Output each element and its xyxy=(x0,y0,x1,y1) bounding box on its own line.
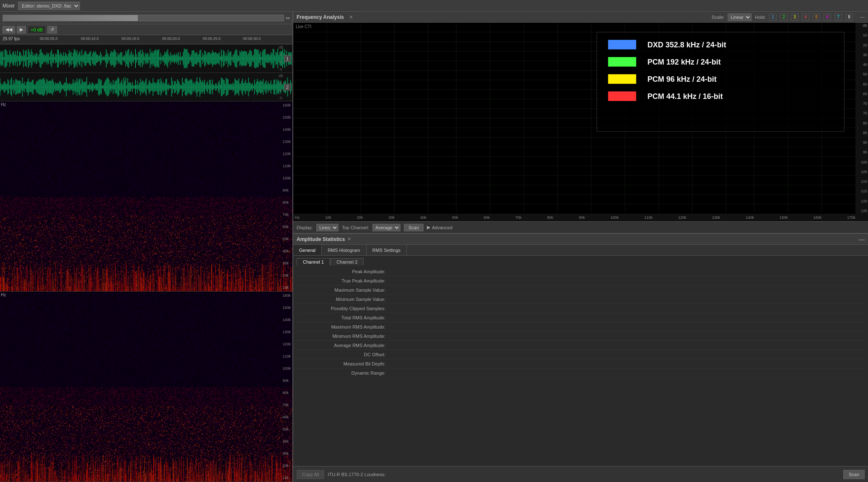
clipped-label: Possibly Clipped Samples: xyxy=(297,306,389,311)
resize-icon: ⇔ xyxy=(286,15,290,21)
amp-stats-header: Amplitude Statistics ✕ — xyxy=(293,234,868,245)
play-btn[interactable]: ▶ xyxy=(17,26,26,34)
spectrogram-channel-2: Hz 160k150k140k130k120k110k100k90k80k70k… xyxy=(0,292,292,482)
hz-axis: Hz10k20k30k40k50k60k70k80k90k100k110k120… xyxy=(293,214,868,221)
db-axis: dB 10 20 30 40 50 60 65 70 75 80 85 90 9… xyxy=(855,23,868,214)
fps-display: 29.97 fps xyxy=(3,36,20,41)
waveform-canvas-2 xyxy=(0,73,292,101)
scan-btn[interactable]: Scan xyxy=(404,224,424,231)
spectrogram-canvas-1 xyxy=(0,101,292,291)
minimize-amp-icon[interactable]: — xyxy=(859,236,865,243)
stats-row-min-rms: Minimum RMS Amplitude: xyxy=(297,332,865,341)
max-rms-label: Maximum RMS Amplitude: xyxy=(297,324,389,329)
copy-all-btn[interactable]: Copy All xyxy=(297,470,324,479)
channel-1-label: 1 xyxy=(284,55,291,62)
db-scale-1: dB-9-6-3 xyxy=(279,44,283,73)
svg-rect-38 xyxy=(608,57,636,67)
min-sample-label: Minimum Sample Value: xyxy=(297,297,389,302)
amp-stats-tabs: General RMS Histogram RMS Settings xyxy=(293,245,868,256)
hz-scale-1: 160k150k140k130k120k110k100k90k80k70k60k… xyxy=(282,101,291,291)
hold-btn-5[interactable]: 5 xyxy=(813,14,820,21)
waveform-scrollbar[interactable]: ⇔ xyxy=(0,12,292,24)
tab-general[interactable]: General xyxy=(293,245,322,255)
spectrogram-channel-1: Hz 160k150k140k130k120k110k100k90k80k70k… xyxy=(0,101,292,292)
scale-label: Scale: xyxy=(712,15,725,20)
freq-analysis-header: Frequency Analysis ✕ Scale: Linear Hold:… xyxy=(293,12,868,23)
tick-6: 00:00:30.0 xyxy=(243,36,261,41)
scale-select[interactable]: Linear xyxy=(728,13,752,21)
dynamic-range-label: Dynamic Range: xyxy=(297,371,389,376)
stats-row-peak: Peak Amplitude: xyxy=(297,267,865,276)
stats-row-avg-rms: Average RMS Amplitude: xyxy=(297,341,865,350)
tick-2: 00:00:10.0 xyxy=(81,36,99,41)
svg-rect-36 xyxy=(608,40,636,49)
svg-text:PCM 96 kHz / 24-bit: PCM 96 kHz / 24-bit xyxy=(647,75,716,83)
top-channel-label: Top Channel: xyxy=(342,225,369,230)
hold-btn-7[interactable]: 7 xyxy=(834,14,842,21)
total-rms-label: Total RMS Amplitude: xyxy=(297,315,389,320)
channel-tab-2[interactable]: Channel 2 xyxy=(330,258,364,265)
hz-label-2: Hz xyxy=(1,293,6,297)
tab-rms-settings[interactable]: RMS Settings xyxy=(367,245,407,255)
true-peak-label: True Peak Amplitude: xyxy=(297,278,389,283)
mixer-label: Mixer xyxy=(3,3,15,9)
hold-btn-3[interactable]: 3 xyxy=(791,14,798,21)
waveform-channel-1: dB-9-6-3 1 xyxy=(0,44,292,73)
hold-label: Hold: xyxy=(755,15,766,20)
amp-stats-bottom: Copy All ITU-R BS.1770-2 Loudness: Scan xyxy=(293,466,868,482)
stats-row-clipped: Possibly Clipped Samples: xyxy=(297,304,865,313)
tick-3: 00:00:15.0 xyxy=(121,36,140,41)
tab-rms-histogram[interactable]: RMS Histogram xyxy=(322,245,367,255)
hold-btn-8[interactable]: 8 xyxy=(845,14,853,21)
hold-btn-4[interactable]: 4 xyxy=(802,14,809,21)
stats-row-true-peak: True Peak Amplitude: xyxy=(297,276,865,285)
hold-btn-2[interactable]: 2 xyxy=(780,14,788,21)
left-panel: ⇔ ◀◀ ▶ +0 dB ↺ 29.97 fps 00:00:05.0 00:0… xyxy=(0,12,293,482)
hold-btn-1[interactable]: 1 xyxy=(769,14,777,21)
frequency-analysis-panel: Frequency Analysis ✕ Scale: Linear Hold:… xyxy=(293,12,868,234)
loop-btn[interactable]: ↺ xyxy=(47,26,57,34)
tick-1: 00:00:05.0 xyxy=(40,36,58,41)
svg-text:PCM 192 kHz / 24-bit: PCM 192 kHz / 24-bit xyxy=(647,58,721,66)
stats-row-max-rms: Maximum RMS Amplitude: xyxy=(297,322,865,332)
minimize-freq-icon[interactable]: — xyxy=(860,14,865,20)
tick-4: 00:00:20.0 xyxy=(162,36,180,41)
channel-2-label: 2 xyxy=(284,84,291,91)
amp-scan-btn[interactable]: Scan xyxy=(843,470,865,479)
peak-label: Peak Amplitude: xyxy=(297,269,389,274)
right-panel: Frequency Analysis ✕ Scale: Linear Hold:… xyxy=(293,12,868,482)
spectrogram-canvas-2 xyxy=(0,292,292,482)
hold-btn-6[interactable]: 6 xyxy=(824,14,831,21)
tick-5: 00:00:25.0 xyxy=(203,36,221,41)
channel-tab-1[interactable]: Channel 1 xyxy=(297,258,330,265)
top-bar: Mixer Editor: stereo_DXD .flac xyxy=(0,0,868,12)
timeline-ruler: 29.97 fps 00:00:05.0 00:00:10.0 00:00:15… xyxy=(0,35,292,44)
stats-row-dc-offset: DC Offset: xyxy=(297,350,865,359)
hz-scale-2: 160k150k140k130k120k110k100k90k80k70k60k… xyxy=(282,292,291,482)
amp-stats-content: Channel 1 Channel 2 Peak Amplitude: True… xyxy=(293,256,868,466)
svg-rect-40 xyxy=(608,74,636,84)
amp-stats-title: Amplitude Statistics xyxy=(297,236,345,242)
svg-text:PCM 44.1 kHz / 16-bit: PCM 44.1 kHz / 16-bit xyxy=(647,92,723,101)
stats-row-max-sample: Maximum Sample Value: xyxy=(297,285,865,295)
hz-label-1: Hz xyxy=(1,102,6,107)
stats-row-total-rms: Total RMS Amplitude: xyxy=(297,313,865,322)
top-channel-select[interactable]: Average xyxy=(372,224,400,231)
frequency-chart: Live CTI xyxy=(293,23,868,221)
transport-bar: ◀◀ ▶ +0 dB ↺ xyxy=(0,24,292,35)
advanced-label: Advanced xyxy=(432,225,452,230)
editor-selector[interactable]: Editor: stereo_DXD .flac xyxy=(18,2,80,10)
min-rms-label: Minimum RMS Amplitude: xyxy=(297,334,389,339)
time-scrollbar[interactable] xyxy=(3,15,284,21)
rewind-btn[interactable]: ◀◀ xyxy=(3,26,15,34)
close-icon[interactable]: ✕ xyxy=(349,14,353,20)
stats-row-bit-depth: Measured Bit Depth: xyxy=(297,359,865,368)
close-amp-icon[interactable]: ✕ xyxy=(347,236,351,242)
db-display: +0 dB xyxy=(28,26,46,34)
freq-analysis-title: Frequency Analysis xyxy=(297,14,344,20)
display-select[interactable]: Lines xyxy=(316,224,338,231)
waveform-canvas-1 xyxy=(0,44,292,73)
advanced-toggle[interactable]: ▶ Advanced xyxy=(427,225,452,230)
freq-controls: Display: Lines Top Channel: Average Scan… xyxy=(293,221,868,233)
svg-rect-42 xyxy=(608,91,636,101)
